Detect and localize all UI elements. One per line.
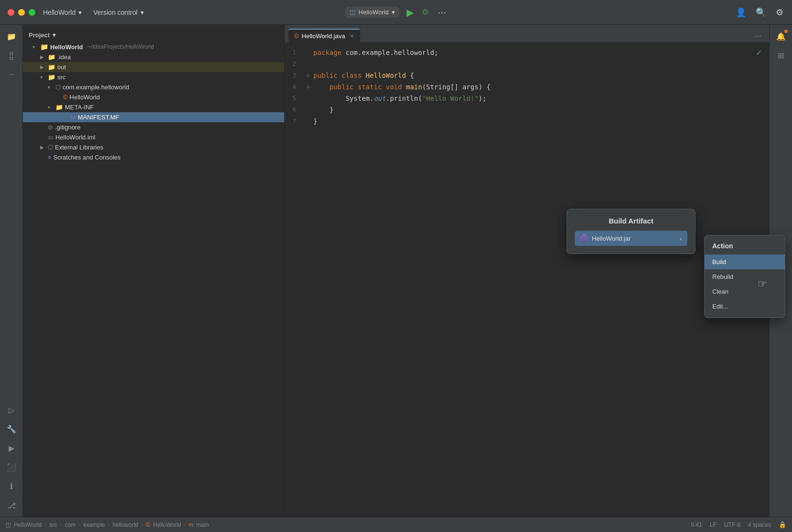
- titlebar-center: ◫ HelloWorld ▾ ▶ ⛭ ⋯: [345, 6, 447, 19]
- indent-setting[interactable]: 4 spaces: [748, 521, 771, 528]
- tree-item-scratches[interactable]: ≡ Scratches and Consoles: [23, 152, 284, 162]
- chevron-icon: ▶: [40, 54, 46, 60]
- statusbar-right: 5:41 LF UTF-8 4 spaces 🔒: [691, 521, 786, 528]
- database-button[interactable]: ⊞: [773, 48, 789, 63]
- lock-icon[interactable]: 🔒: [779, 521, 786, 528]
- sidebar-chevron-icon: ▾: [53, 32, 56, 39]
- tree-item-label: src: [57, 74, 65, 81]
- tab-java-icon: ©: [294, 32, 299, 40]
- sidebar-header[interactable]: Project ▾: [23, 29, 284, 42]
- action-item-edit[interactable]: Edit...: [705, 299, 785, 314]
- vcs-chevron-icon: ▾: [140, 9, 144, 16]
- line-ending[interactable]: LF: [710, 521, 717, 528]
- gitignore-icon: ⊘: [48, 124, 53, 131]
- tree-item-gitignore[interactable]: ⊘ .gitignore: [23, 122, 284, 132]
- tree-item-label: Scratches and Consoles: [54, 154, 121, 161]
- build-artifact-popup: Build Artifact HelloWorld:jar ›: [567, 209, 696, 254]
- bc-src[interactable]: src: [49, 521, 57, 528]
- code-line-5: 5 System.out.println("Hello World!");: [285, 93, 769, 104]
- artifact-item-helloworld-jar[interactable]: HelloWorld:jar ›: [575, 231, 687, 246]
- traffic-light-red[interactable]: [8, 9, 14, 16]
- traffic-light-yellow[interactable]: [18, 9, 25, 16]
- chevron-icon: ▾: [48, 85, 54, 90]
- tree-item-label: External Libraries: [55, 144, 103, 151]
- sidebar-title: Project: [29, 32, 50, 39]
- traffic-light-green[interactable]: [29, 9, 35, 16]
- bc-main-icon: m: [189, 521, 193, 528]
- project-tool-button[interactable]: 📁: [4, 29, 19, 44]
- action-item-build[interactable]: Build: [705, 255, 785, 269]
- tree-item-out[interactable]: ▶ 📁 out: [23, 62, 284, 72]
- editor-tabs: © HelloWorld.java ✕ ⋯: [285, 25, 769, 43]
- code-line-3: 3 ▷ public class HelloWorld {: [285, 70, 769, 81]
- tree-item-src[interactable]: ▾ 📁 src: [23, 72, 284, 82]
- code-line-6: 6 }: [285, 104, 769, 116]
- more-tool-button[interactable]: ···: [4, 67, 19, 82]
- tree-item-meta: ~/IdeaProjects/HelloWorld: [87, 43, 154, 50]
- tree-item-label: out: [57, 64, 66, 71]
- info-tool-button[interactable]: ℹ: [4, 479, 19, 494]
- terminal-tool-button[interactable]: ▶: [4, 440, 19, 456]
- tree-item-package[interactable]: ▾ ⬡ com.example.helloworld: [23, 82, 284, 92]
- tree-item-helloworld-class[interactable]: © HelloWorld: [23, 92, 284, 102]
- action-item-rebuild[interactable]: Rebuild: [705, 269, 785, 284]
- chevron-icon: ▾: [48, 105, 54, 110]
- vcs-selector[interactable]: Version control ▾: [93, 9, 144, 16]
- tab-close-button[interactable]: ✕: [350, 33, 354, 39]
- tree-item-label: .gitignore: [55, 124, 80, 131]
- chevron-icon: ▶: [40, 64, 46, 70]
- code-line-4: 4 ▷ public static void main(String[] arg…: [285, 81, 769, 93]
- breadcrumb-project-icon: ◫: [6, 521, 11, 528]
- tab-helloworld-java[interactable]: © HelloWorld.java ✕: [289, 29, 360, 43]
- more-actions-button[interactable]: ⋯: [437, 6, 447, 19]
- run-line-icon[interactable]: ▷: [307, 70, 310, 81]
- manifest-icon: M: [71, 114, 76, 121]
- cursor-position[interactable]: 5:41: [691, 521, 702, 528]
- problems-tool-button[interactable]: ⬛: [4, 459, 19, 475]
- bc-helloworld-class[interactable]: HelloWorld: [153, 521, 181, 528]
- bc-com[interactable]: com: [64, 521, 75, 528]
- bc-helloworld-pkg[interactable]: helloworld: [113, 521, 139, 528]
- tree-item-iml[interactable]: ▭ HelloWorld.iml: [23, 132, 284, 142]
- structure-tool-button[interactable]: ⣿: [4, 48, 19, 63]
- action-title: Action: [705, 239, 785, 255]
- bc-helloworld[interactable]: HelloWorld: [14, 521, 42, 528]
- tree-item-idea[interactable]: ▶ 📁 .idea: [23, 52, 284, 62]
- scratches-icon: ≡: [48, 154, 52, 161]
- debug-button[interactable]: ⛭: [420, 6, 431, 18]
- statusbar: ◫ HelloWorld › src › com › example › hel…: [0, 517, 792, 532]
- bc-example[interactable]: example: [83, 521, 105, 528]
- vcs-label: Version control: [93, 9, 138, 16]
- tab-more-button[interactable]: ⋯: [750, 30, 765, 43]
- action-item-clean[interactable]: Clean: [705, 284, 785, 299]
- tree-item-manifest[interactable]: M MANIFEST.MF: [23, 112, 284, 122]
- tree-item-label: com.example.helloworld: [63, 84, 129, 91]
- build-tool-button[interactable]: 🔧: [4, 421, 19, 436]
- code-editor[interactable]: ✓ 1 package com.example.helloworld; 2 3 …: [285, 43, 769, 517]
- project-selector[interactable]: HelloWorld ▾: [43, 9, 82, 16]
- tree-item-label: .idea: [57, 53, 71, 61]
- tree-item-meta-inf[interactable]: ▾ 📁 META-INF: [23, 102, 284, 112]
- traffic-lights: [8, 9, 35, 16]
- run-line-icon[interactable]: ▷: [307, 81, 310, 93]
- run-tool-button[interactable]: ▷: [4, 402, 19, 417]
- iml-icon: ▭: [48, 134, 54, 141]
- run-config-chevron-icon: ▾: [392, 9, 395, 16]
- notifications-button[interactable]: 🔔: [773, 29, 789, 44]
- settings-button[interactable]: ⚙: [775, 6, 784, 19]
- bc-main[interactable]: main: [196, 521, 209, 528]
- folder-icon: 📁: [48, 53, 55, 61]
- java-class-icon: ©: [63, 94, 68, 101]
- search-button[interactable]: 🔍: [755, 6, 767, 19]
- encoding[interactable]: UTF-8: [724, 521, 740, 528]
- run-button[interactable]: ▶: [406, 6, 415, 19]
- breadcrumb: ◫ HelloWorld › src › com › example › hel…: [6, 521, 687, 528]
- add-profile-button[interactable]: 👤: [735, 6, 747, 19]
- folder-icon: 📁: [55, 104, 63, 111]
- tree-item-helloworld-root[interactable]: ▾ 📁 HelloWorld ~/IdeaProjects/HelloWorld: [23, 42, 284, 52]
- git-tool-button[interactable]: ⎇: [4, 498, 19, 513]
- run-config-selector[interactable]: ◫ HelloWorld ▾: [345, 7, 399, 18]
- action-popup: Action Build Rebuild Clean Edit...: [704, 235, 785, 318]
- artifact-name: HelloWorld:jar: [592, 235, 631, 242]
- tree-item-ext-libs[interactable]: ▶ ⎔ External Libraries: [23, 142, 284, 152]
